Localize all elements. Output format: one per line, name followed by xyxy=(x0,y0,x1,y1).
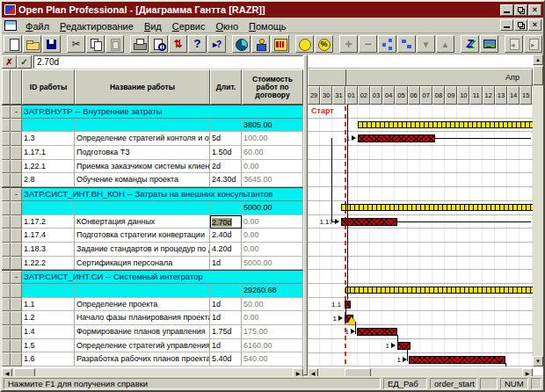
summary-bar[interactable] xyxy=(341,204,533,211)
cell-contract-cost[interactable]: 100.00 xyxy=(242,132,303,146)
page-shift-left-button[interactable] xyxy=(505,35,523,53)
cell-duration[interactable] xyxy=(210,284,242,298)
cell-contract-cost[interactable]: 3805.00 xyxy=(242,119,303,133)
row-selector[interactable] xyxy=(11,201,22,215)
cell-activity-name[interactable] xyxy=(75,119,210,133)
cell-activity-id[interactable]: 1.6 xyxy=(22,352,75,367)
edit-value-input[interactable] xyxy=(33,55,303,69)
table-row[interactable]: 1.22.2Сертификация персонала1d5000.00 xyxy=(2,257,303,271)
cell-activity-id[interactable]: 1.18.3 xyxy=(22,243,75,257)
cell-activity-name[interactable]: Приемка заказчиком системы клиент xyxy=(75,160,210,174)
row-selector[interactable] xyxy=(11,339,22,353)
table-row[interactable]: 1.1Определение проекта1d50.00 xyxy=(2,298,303,312)
cell-activity-name[interactable]: Разработка рабочих планов проекта xyxy=(75,352,210,367)
cell-activity-id[interactable] xyxy=(22,284,75,298)
cell-activity-id[interactable]: 2.8 xyxy=(22,173,75,187)
summary-bar[interactable] xyxy=(358,121,533,128)
cell-activity-name[interactable]: Подготовка ТЗ xyxy=(75,146,210,160)
context-help-button[interactable] xyxy=(207,35,226,53)
cell-contract-cost[interactable]: 0.00 xyxy=(242,311,303,325)
row-selector[interactable] xyxy=(11,284,22,298)
cell-duration[interactable]: 4.20d xyxy=(210,243,242,257)
cell-contract-cost[interactable]: 0.00 xyxy=(242,229,303,243)
time-clock-button[interactable] xyxy=(232,35,251,53)
cell-activity-name[interactable]: Определение проекта xyxy=(75,298,210,312)
table-row[interactable]: 1.17.4Подготовка стратегии конвертации2.… xyxy=(2,229,303,243)
cell-activity-name[interactable] xyxy=(75,284,210,298)
cell-activity-name[interactable]: Определение стратегий контоля и отч xyxy=(75,132,210,146)
cell-activity-id[interactable]: 1.2 xyxy=(22,311,75,325)
cell-contract-cost[interactable]: 60.00 xyxy=(242,146,303,160)
row-selector[interactable] xyxy=(2,119,11,133)
row-selector[interactable] xyxy=(11,132,22,146)
cell-duration[interactable] xyxy=(210,201,242,215)
cell-duration[interactable]: 2.70d xyxy=(210,215,242,229)
row-selector[interactable] xyxy=(11,173,22,187)
table-row[interactable]: 1.2Начало фазы планирования проекта1d0.0… xyxy=(2,311,303,325)
outline-collapse-toggle[interactable]: - xyxy=(11,271,22,284)
task-bar[interactable] xyxy=(409,356,505,364)
row-selector[interactable] xyxy=(2,352,11,367)
row-selector[interactable] xyxy=(2,201,11,215)
table-row[interactable]: 1.3Определение стратегий контоля и отч5d… xyxy=(2,132,303,146)
link-nodes-button[interactable] xyxy=(397,35,416,53)
cell-activity-id[interactable] xyxy=(22,201,75,215)
row-selector[interactable] xyxy=(11,311,22,325)
cell-contract-cost[interactable]: 29260.68 xyxy=(242,284,303,298)
task-bar[interactable] xyxy=(358,134,435,142)
cell-duration[interactable] xyxy=(210,119,242,133)
cell-activity-name[interactable] xyxy=(75,201,210,215)
table-row[interactable]: -ЗАТР.СИСТ_ИНТ.СИ -- Системный интеграто… xyxy=(2,270,303,284)
cell-contract-cost[interactable]: 175.00 xyxy=(242,325,303,339)
cell-duration[interactable]: 1d xyxy=(210,298,242,312)
cell-duration[interactable]: 1.50d xyxy=(210,146,242,160)
mdi-minimize-button[interactable] xyxy=(500,19,513,31)
mdi-restore-button[interactable] xyxy=(514,19,527,31)
scroll-up-button[interactable]: ▲ xyxy=(533,54,543,65)
row-selector[interactable] xyxy=(2,146,11,160)
cell-activity-id[interactable]: 1.5 xyxy=(22,339,75,353)
cell-activity-id[interactable]: 1.17.4 xyxy=(22,229,75,243)
close-button[interactable]: × xyxy=(528,4,541,16)
cell-duration[interactable]: 5d xyxy=(210,132,242,146)
cell-activity-name[interactable]: Сертификация персонала xyxy=(75,257,210,271)
screen-view-button[interactable] xyxy=(480,35,498,53)
save-button[interactable] xyxy=(42,35,61,53)
cell-activity-name[interactable]: Обучение команды проекта xyxy=(75,173,210,187)
column-header-id[interactable]: ID работы xyxy=(22,69,75,105)
row-selector[interactable] xyxy=(2,243,11,257)
cell-activity-id[interactable]: 1.22.2 xyxy=(22,257,75,271)
resources-button[interactable] xyxy=(251,35,270,53)
row-selector[interactable] xyxy=(11,325,22,339)
row-selector[interactable] xyxy=(2,339,11,353)
sort-arrows-button[interactable] xyxy=(169,35,187,53)
scrollbar-thumb[interactable] xyxy=(533,66,543,85)
cell-duration[interactable]: 1d xyxy=(210,311,242,325)
paste-button[interactable] xyxy=(105,35,124,53)
expand-nodes-button[interactable] xyxy=(378,35,396,53)
row-selector[interactable] xyxy=(11,229,22,243)
table-row[interactable]: 29260.68 xyxy=(2,284,303,298)
table-row[interactable]: 2.8Обучение команды проекта24.30d3645.00 xyxy=(2,173,303,187)
outline-collapse-toggle[interactable]: - xyxy=(11,105,22,119)
table-row[interactable]: 1.17.1Подготовка ТЗ1.50d60.00 xyxy=(2,146,303,160)
cell-duration[interactable]: 1d xyxy=(210,339,242,353)
cell-activity-id[interactable]: 1.1 xyxy=(22,298,75,312)
row-selector[interactable] xyxy=(2,132,11,146)
row-selector[interactable] xyxy=(2,271,11,284)
row-selector[interactable] xyxy=(11,243,22,257)
cell-contract-cost[interactable]: 5000.00 xyxy=(242,257,303,271)
gantt-v-scrollbar[interactable]: ▲ ▼ xyxy=(533,54,543,367)
document-menu-icon[interactable] xyxy=(4,20,17,31)
row-selector[interactable] xyxy=(11,119,22,133)
summary-bar[interactable] xyxy=(345,287,533,294)
percent-circle-button[interactable] xyxy=(315,35,333,53)
row-selector[interactable] xyxy=(2,105,11,119)
menu-item[interactable]: Редактирование xyxy=(54,19,139,33)
row-selector[interactable] xyxy=(2,229,11,243)
column-header-name[interactable]: Название работы xyxy=(75,69,210,105)
histogram-button[interactable] xyxy=(271,35,289,53)
remove-minus-button[interactable] xyxy=(359,35,377,53)
row-selector[interactable] xyxy=(11,215,22,229)
row-selector[interactable] xyxy=(2,298,11,312)
